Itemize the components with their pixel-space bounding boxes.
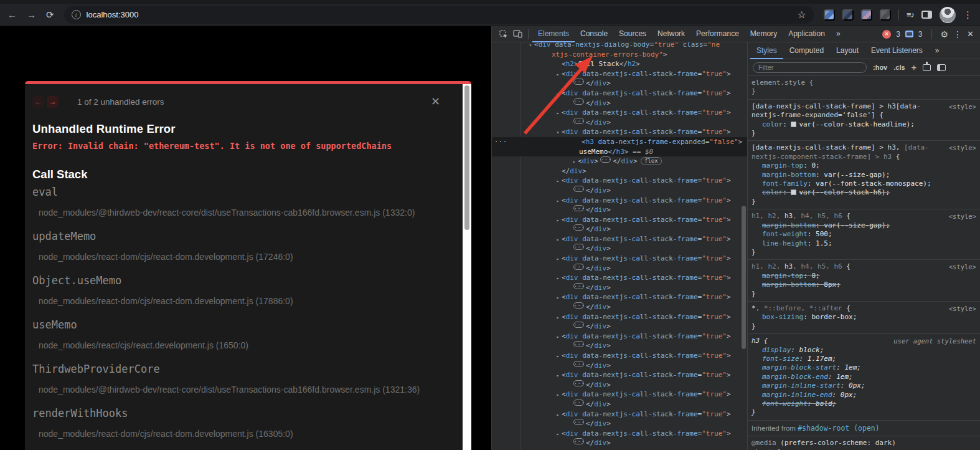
css-property[interactable]: font-size: 1.17em; — [751, 355, 976, 363]
reload-button[interactable]: ⟳ — [46, 9, 54, 21]
console-error-icon[interactable]: ✕ — [882, 30, 891, 39]
tab-sources[interactable]: Sources — [613, 26, 652, 42]
css-property[interactable]: margin-block-start: 1em; — [751, 363, 976, 372]
expand-arrow-icon[interactable]: ▸ — [554, 196, 562, 206]
dom-node-row[interactable]: </div> — [492, 118, 747, 128]
collapsed-content-icon[interactable] — [573, 186, 584, 192]
dom-node-row[interactable]: </div> — [492, 419, 747, 429]
rule-selector[interactable]: user agent stylesheeth3 { — [751, 337, 976, 345]
console-error-count[interactable]: 3 — [896, 30, 900, 39]
tab-memory[interactable]: Memory — [745, 26, 783, 42]
dom-node-row[interactable]: </div> — [492, 400, 747, 409]
stylesheet-link[interactable]: <style> — [949, 143, 976, 152]
collapsed-content-icon[interactable] — [573, 438, 584, 444]
dom-node-row[interactable]: </div> — [492, 79, 747, 89]
stylesheet-link[interactable]: <style> — [949, 212, 976, 221]
collapsed-content-icon[interactable] — [573, 322, 584, 328]
css-property[interactable]: font-weight: bold; — [751, 400, 976, 408]
dom-node-row[interactable]: </div> — [492, 283, 747, 293]
color-swatch[interactable] — [791, 189, 796, 195]
collapsed-content-icon[interactable] — [573, 264, 584, 270]
new-style-rule-icon[interactable]: + — [912, 64, 917, 70]
overlay-scrollbar-thumb[interactable] — [464, 85, 469, 230]
dom-node-row[interactable]: ▸<div data-nextjs-call-stack-frame="true… — [492, 234, 747, 244]
collapsed-content-icon[interactable] — [573, 341, 584, 347]
expand-arrow-icon[interactable]: ▸ — [570, 157, 578, 167]
address-bar[interactable]: i localhost:3000 ☆ — [64, 6, 814, 24]
expand-arrow-icon[interactable]: ▸ — [554, 410, 562, 420]
element-classes-button[interactable]: .cls — [893, 64, 905, 71]
flex-badge[interactable]: flex — [641, 157, 662, 165]
dom-node-row[interactable]: </div> — [492, 302, 747, 312]
toggle-element-state-button[interactable]: :hov — [873, 64, 887, 71]
rendering-emulation-icon[interactable] — [923, 64, 931, 71]
stylesheet-link[interactable]: <style> — [949, 102, 976, 111]
extension-icon-2[interactable] — [842, 9, 854, 21]
expand-arrow-icon[interactable]: ▸ — [554, 235, 562, 245]
back-button[interactable]: ← — [7, 9, 17, 20]
forward-button[interactable]: → — [27, 9, 36, 20]
tab-console[interactable]: Console — [575, 26, 613, 42]
expand-arrow-icon[interactable]: ▸ — [554, 274, 562, 284]
css-property[interactable]: display: block; — [751, 346, 976, 355]
css-property[interactable]: margin-bottom: var(--size-gap); — [751, 221, 976, 230]
tab-elements[interactable]: Elements — [532, 26, 575, 42]
expand-arrow-icon[interactable]: ▸ — [554, 108, 562, 118]
issues-count[interactable]: 3 — [918, 30, 923, 39]
expand-arrow-icon[interactable]: ▸ — [554, 390, 562, 400]
tab-performance[interactable]: Performance — [690, 26, 745, 42]
node-menu-icon[interactable]: ... — [494, 135, 507, 145]
computed-sidebar-toggle-icon[interactable] — [937, 64, 946, 71]
dom-node-row[interactable]: ▾<div data-nextjs-dialog-body="true" cla… — [492, 42, 747, 50]
dom-node-row[interactable]: ...<h3 data-nextjs-frame-expanded="false… — [492, 137, 747, 147]
dom-node-row[interactable]: ▸<div data-nextjs-call-stack-frame="true… — [492, 254, 747, 264]
expand-arrow-icon[interactable]: ▸ — [554, 313, 562, 323]
collapsed-content-icon[interactable] — [573, 419, 584, 425]
tab-network[interactable]: Network — [652, 26, 690, 42]
tab-layout[interactable]: Layout — [830, 42, 865, 59]
extension-icon-4[interactable] — [880, 9, 891, 21]
dom-node-row[interactable]: ▸<div data-nextjs-call-stack-frame="true… — [492, 312, 747, 322]
media-controls-icon[interactable]: ≡♪ — [907, 10, 914, 19]
expand-arrow-icon[interactable]: ▸ — [554, 89, 562, 99]
sidebar-more-tabs-icon[interactable]: » — [929, 42, 946, 59]
css-property[interactable]: margin-block-end: 1em; — [751, 373, 976, 381]
css-property[interactable]: margin-top: 0; — [751, 161, 976, 170]
dom-node-row[interactable]: ▸<div data-nextjs-call-stack-frame="true… — [492, 370, 747, 380]
rule-selector[interactable]: <style>[data-nextjs-call-stack-frame] > … — [751, 143, 976, 161]
collapsed-content-icon[interactable] — [573, 380, 584, 386]
dom-node-row[interactable]: ▸<div data-nextjs-call-stack-frame="true… — [492, 390, 747, 400]
expand-arrow-icon[interactable]: ▸ — [554, 371, 562, 381]
dom-node-row[interactable]: ▸<div data-nextjs-call-stack-frame="true… — [492, 69, 747, 79]
dom-node-row[interactable]: ▸<div></div>flex — [492, 156, 747, 166]
color-swatch[interactable] — [791, 122, 796, 127]
extension-icon-1[interactable] — [824, 9, 835, 21]
collapsed-content-icon[interactable] — [573, 400, 584, 406]
collapsed-content-icon[interactable] — [573, 98, 584, 105]
stylesheet-link[interactable]: user agent stylesheet — [893, 337, 976, 345]
rule-selector[interactable]: <style>[data-nextjs-call-stack-frame] > … — [751, 102, 976, 120]
collapsed-content-icon[interactable] — [573, 283, 584, 289]
collapsed-content-icon[interactable] — [573, 205, 584, 211]
more-tabs-icon[interactable]: » — [831, 26, 846, 42]
dom-node-row[interactable]: xtjs-container-errors-body"> — [492, 50, 747, 60]
devtools-close-icon[interactable]: ✕ — [967, 29, 974, 39]
css-property[interactable]: margin-bottom: var(--size-gap); — [751, 171, 976, 180]
url-text[interactable]: localhost:3000 — [87, 10, 139, 19]
dom-node-row[interactable]: </div> — [492, 205, 747, 215]
tab-application[interactable]: Application — [783, 26, 831, 42]
device-toolbar-icon[interactable] — [511, 27, 524, 41]
rule-selector[interactable]: element.style { — [751, 79, 976, 87]
dom-node-row[interactable]: ▸<div data-nextjs-call-stack-frame="true… — [492, 196, 747, 206]
dom-node-row[interactable]: </div> — [492, 264, 747, 274]
site-info-icon[interactable]: i — [72, 10, 81, 19]
stylesheet-link[interactable]: <style> — [949, 262, 976, 271]
rule-selector[interactable]: <style>:host { — [751, 448, 976, 450]
css-property[interactable]: color: var(--color-stack-h6); — [751, 188, 976, 197]
dom-node-row[interactable]: ▸<div data-nextjs-call-stack-frame="true… — [492, 273, 747, 283]
dom-node-row[interactable]: useMemo</h3> == $0 — [492, 147, 747, 157]
dom-node-row[interactable]: ▸<div data-nextjs-call-stack-frame="true… — [492, 108, 747, 118]
styles-filter-input[interactable] — [753, 62, 867, 73]
tab-event-listeners[interactable]: Event Listeners — [865, 42, 929, 59]
css-property[interactable]: margin-top: 0; — [751, 272, 976, 280]
